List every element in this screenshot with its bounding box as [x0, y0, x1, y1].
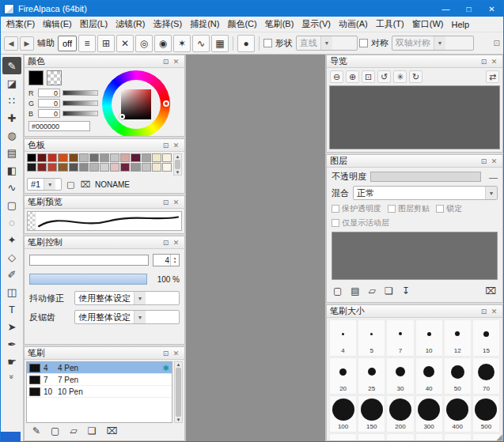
duplicate-layer-icon[interactable]: ❏: [385, 285, 393, 297]
delete-color-icon[interactable]: ⌧: [80, 179, 90, 190]
menu-item-11[interactable]: 窗口(W): [408, 17, 448, 32]
delete-brush-icon[interactable]: ⌧: [106, 425, 117, 436]
symmetry-checkbox[interactable]: [359, 39, 368, 47]
float-panel-icon[interactable]: ⊡: [161, 349, 171, 357]
correction-select[interactable]: 使用整体设定 ▼: [74, 291, 180, 305]
close-panel-icon[interactable]: ✕: [171, 349, 181, 357]
navigator-preview[interactable]: [329, 85, 500, 149]
spinner-arrows[interactable]: ▴ ▾: [170, 255, 179, 266]
bucket-tool[interactable]: ◧: [2, 161, 21, 179]
eraser-tool[interactable]: ◪: [2, 74, 21, 92]
new-brush-icon[interactable]: ▢: [51, 425, 59, 436]
saturation-value-square[interactable]: [121, 89, 151, 119]
dot-snap-button[interactable]: ●: [237, 35, 255, 52]
palette-swatch[interactable]: [47, 153, 57, 162]
layer-opacity-slider[interactable]: [370, 172, 481, 182]
new-layer-icon[interactable]: ▢: [333, 285, 342, 297]
brush-size-option[interactable]: 300: [415, 395, 443, 433]
brush-size-option[interactable]: 70: [472, 357, 500, 395]
layer-list-area[interactable]: [332, 232, 498, 280]
taskbar-fragment[interactable]: [1, 432, 21, 441]
brush-size-option[interactable]: [444, 433, 472, 440]
brush-list-item[interactable]: 77 Pen: [27, 374, 172, 386]
snap-vanishing-icon[interactable]: ✕: [116, 35, 134, 52]
brush-opacity-slider[interactable]: [29, 274, 147, 285]
close-panel-icon[interactable]: ✕: [489, 308, 499, 315]
menu-item-8[interactable]: 显示(V): [297, 17, 335, 32]
palette-swatch[interactable]: [110, 163, 119, 172]
brush-size-option[interactable]: 15: [472, 319, 500, 357]
close-panel-icon[interactable]: ✕: [171, 142, 181, 149]
brush-size-option[interactable]: 7: [386, 319, 414, 357]
palette-swatch[interactable]: [100, 153, 109, 162]
snap-ellipse-icon[interactable]: ◎: [135, 35, 153, 52]
resize-grip[interactable]: ◢: [496, 433, 502, 441]
hand-tool[interactable]: ☛: [2, 353, 21, 370]
palette-swatch[interactable]: [89, 163, 99, 172]
brush-list-item[interactable]: 1010 Pen: [27, 386, 172, 398]
menu-item-3[interactable]: 滤镜(R): [112, 17, 149, 32]
move-tool[interactable]: ✚: [2, 109, 21, 127]
blend-mode-select[interactable]: 正常 ▼: [353, 186, 498, 200]
antialias-select[interactable]: 使用整体设定 ▼: [74, 310, 180, 324]
palette-swatch[interactable]: [131, 163, 140, 172]
menu-item-10[interactable]: 工具(T): [372, 17, 408, 32]
brush-size-option[interactable]: 200: [386, 395, 414, 433]
menu-item-2[interactable]: 图层(L): [76, 17, 112, 32]
spin-down-icon[interactable]: ▾: [174, 260, 176, 264]
palette-swatch[interactable]: [37, 153, 47, 162]
rotate-ccw-icon[interactable]: ↺: [377, 70, 391, 83]
float-panel-icon[interactable]: ⊡: [479, 308, 489, 315]
shape-checkbox[interactable]: [263, 39, 272, 47]
close-panel-icon[interactable]: ✕: [489, 58, 499, 66]
select-pen-tool[interactable]: ✐: [2, 266, 21, 283]
menu-item-1[interactable]: 编辑(E): [39, 17, 76, 32]
menu-item-0[interactable]: 档案(F): [2, 17, 39, 32]
float-panel-icon[interactable]: ⊡: [161, 198, 171, 206]
palette-swatch[interactable]: [162, 153, 172, 162]
select-rect-tool[interactable]: ▢: [2, 196, 21, 213]
maximize-button[interactable]: □: [457, 1, 480, 17]
snap-parallel-icon[interactable]: ≡: [78, 35, 96, 52]
polygon-select-tool[interactable]: ◇: [2, 248, 21, 266]
toolbar-overflow-icon[interactable]: ⊡: [494, 39, 500, 47]
brush-size-option[interactable]: [358, 433, 385, 440]
minimize-button[interactable]: —: [434, 1, 457, 17]
close-button[interactable]: ✕: [480, 1, 503, 17]
brush-size-option[interactable]: [386, 433, 414, 440]
menu-item-6[interactable]: 颜色(C): [223, 17, 260, 32]
eyedropper-tool[interactable]: ✒: [2, 335, 21, 353]
symmetry-select[interactable]: 双轴对称 ▼: [392, 36, 474, 51]
layer-checkbox-0[interactable]: 保护透明度: [332, 203, 381, 214]
palette-swatch[interactable]: [58, 153, 67, 162]
palette-swatch[interactable]: [37, 163, 47, 172]
brush-tool[interactable]: ✎: [2, 57, 21, 74]
add-brush-icon[interactable]: ✎: [32, 425, 40, 436]
g-slider[interactable]: [63, 100, 98, 106]
float-panel-icon[interactable]: ⊡: [479, 58, 489, 66]
palette-select[interactable]: #1 ▼: [27, 178, 62, 191]
add-color-icon[interactable]: ▢: [66, 179, 74, 190]
brush-size-slider[interactable]: [29, 255, 149, 266]
palette-swatch[interactable]: [58, 163, 67, 172]
background-color-chip[interactable]: [47, 70, 62, 85]
menu-item-7[interactable]: 笔刷(B): [261, 17, 298, 32]
r-slider[interactable]: [63, 90, 98, 96]
brush-folder-icon[interactable]: ▱: [70, 425, 77, 436]
brush-list-scrollbar[interactable]: ▲ ▼: [174, 361, 183, 423]
color-wheel[interactable]: [102, 70, 170, 137]
palette-swatch[interactable]: [79, 163, 89, 172]
sv-indicator[interactable]: [119, 114, 125, 119]
canvas[interactable]: [186, 55, 325, 441]
close-panel-icon[interactable]: ✕: [171, 198, 181, 206]
palette-swatch[interactable]: [47, 163, 57, 172]
flip-icon[interactable]: ⇄: [486, 70, 499, 83]
snap-grid2-icon[interactable]: ▦: [211, 35, 229, 52]
brush-size-option[interactable]: 400: [444, 395, 472, 433]
tool-strip-overflow-icon[interactable]: »: [8, 375, 17, 380]
brush-size-option[interactable]: 12: [444, 319, 472, 357]
palette-swatch[interactable]: [89, 153, 99, 162]
dot-tool[interactable]: ∷: [2, 92, 21, 109]
brush-settings-icon[interactable]: ✱: [163, 364, 169, 372]
scroll-down-icon[interactable]: ▼: [176, 170, 180, 175]
